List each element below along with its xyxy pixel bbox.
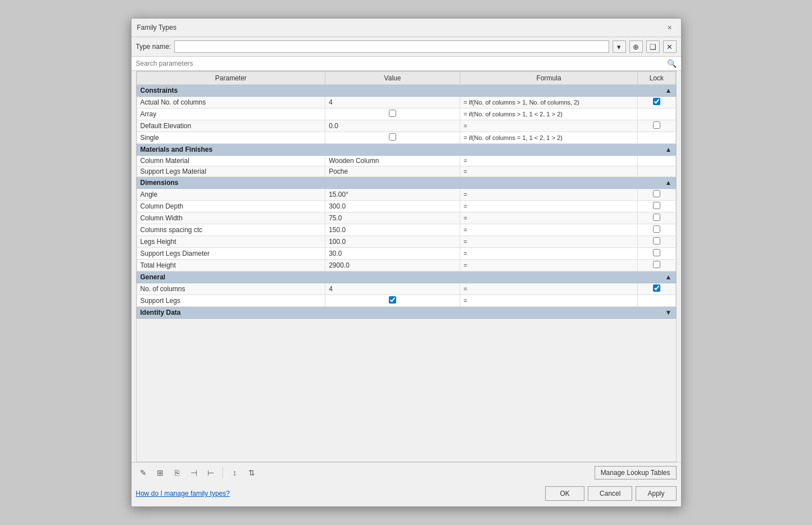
close-button[interactable]: × [664, 22, 675, 33]
search-row: 🔍 [131, 57, 681, 71]
table-row: Actual No. of columns4= if(No. of column… [137, 97, 675, 108]
lock-cell [638, 97, 675, 108]
table-row: Support Legs Diameter30.0= [137, 248, 675, 260]
parameters-table-container: Parameter Value Formula Lock Constraints… [136, 71, 677, 462]
param-right-btn[interactable]: ⊢ [203, 467, 218, 479]
footer-buttons: OK Cancel Apply [545, 486, 676, 501]
value-cell: 30.0 [325, 248, 460, 260]
type-name-label: Type name: [136, 43, 171, 51]
table-row: Column Depth300.0= [137, 201, 675, 212]
new-param-btn[interactable]: ⊞ [153, 467, 167, 479]
bottom-toolbar: ✎ ⊞ ⎘ ⊣ ⊢ ↕ ⇅ Manage Lookup Tables [131, 462, 681, 483]
lock-checkbox[interactable] [653, 284, 660, 292]
lock-cell [638, 248, 675, 260]
lock-checkbox[interactable] [653, 249, 660, 256]
formula-cell: = [460, 166, 637, 177]
value-checkbox[interactable] [389, 110, 396, 117]
value-cell: Poche [325, 166, 460, 177]
delete-type-btn[interactable]: ✕ [663, 40, 677, 53]
search-input[interactable] [136, 60, 667, 67]
sort-az-btn[interactable]: ↕ [228, 467, 242, 479]
param-cell: Legs Height [137, 236, 325, 248]
formula-cell: = if(No. of columns = 1, 1 < 2, 1 > 2) [460, 132, 637, 144]
formula-cell: = [460, 248, 637, 260]
cancel-button[interactable]: Cancel [588, 486, 632, 501]
table-row: Single= if(No. of columns = 1, 1 < 2, 1 … [137, 132, 675, 144]
param-cell: No. of columns [137, 283, 325, 295]
param-cell: Actual No. of columns [137, 97, 325, 108]
lock-cell [638, 212, 675, 224]
copy-param-btn[interactable]: ⎘ [170, 467, 184, 479]
lock-cell [638, 224, 675, 236]
toolbar-separator [223, 467, 223, 478]
duplicate-type-btn[interactable]: ❑ [646, 40, 660, 53]
value-cell: 0.0 [325, 120, 460, 132]
dialog-title: Family Types [137, 24, 176, 31]
col-header-value: Value [325, 72, 460, 85]
table-row: Support Legs MaterialPoche= [137, 166, 675, 177]
value-checkbox[interactable] [389, 296, 396, 304]
param-cell: Default Elevation [137, 120, 325, 132]
param-cell: Support Legs Diameter [137, 248, 325, 260]
section-header-general: General▲ [137, 271, 675, 283]
table-row: Angle15.00°= [137, 189, 675, 201]
section-header-dimensions: Dimensions▲ [137, 177, 675, 189]
param-cell: Support Legs [137, 295, 325, 307]
parameters-table: Parameter Value Formula Lock Constraints… [137, 71, 676, 319]
formula-cell: = [460, 236, 637, 248]
lock-cell [638, 120, 675, 132]
help-link[interactable]: How do I manage family types? [136, 490, 230, 497]
param-cell: Column Material [137, 156, 325, 166]
value-cell: 300.0 [325, 201, 460, 212]
value-cell: 150.0 [325, 224, 460, 236]
table-row: No. of columns4= [137, 283, 675, 295]
col-header-formula: Formula [460, 72, 637, 85]
lock-cell [638, 283, 675, 295]
apply-button[interactable]: Apply [636, 486, 676, 501]
type-name-input[interactable] [174, 40, 609, 53]
value-cell [325, 108, 460, 120]
ok-button[interactable]: OK [545, 486, 584, 501]
lock-checkbox[interactable] [653, 121, 660, 129]
manage-lookup-btn[interactable]: Manage Lookup Tables [595, 466, 677, 479]
value-cell: 75.0 [325, 212, 460, 224]
sort-za-btn[interactable]: ⇅ [244, 467, 259, 479]
col-header-parameter: Parameter [137, 72, 325, 85]
formula-cell: = if(No. of columns > 1, 1 < 2, 1 > 2) [460, 108, 637, 120]
value-cell [325, 132, 460, 144]
lock-cell [638, 166, 675, 177]
lock-cell [638, 189, 675, 201]
value-cell: 15.00° [325, 189, 460, 201]
lock-checkbox[interactable] [653, 261, 660, 268]
lock-checkbox[interactable] [653, 225, 660, 233]
lock-checkbox[interactable] [653, 202, 660, 209]
value-checkbox[interactable] [389, 133, 396, 141]
lock-checkbox[interactable] [653, 190, 660, 197]
lock-cell [638, 132, 675, 144]
lock-checkbox[interactable] [653, 237, 660, 245]
lock-checkbox[interactable] [653, 214, 660, 221]
param-left-btn[interactable]: ⊣ [187, 467, 201, 479]
formula-cell: = [460, 295, 637, 307]
param-cell: Single [137, 132, 325, 144]
new-type-btn[interactable]: ⊕ [629, 40, 643, 53]
value-cell: 2900.0 [325, 260, 460, 271]
lock-checkbox[interactable] [653, 98, 660, 105]
type-name-dropdown-btn[interactable]: ▾ [613, 40, 626, 53]
formula-cell: = [460, 224, 637, 236]
lock-cell [638, 201, 675, 212]
section-header-materials-and-finishes: Materials and Finishes▲ [137, 144, 675, 156]
param-cell: Column Depth [137, 201, 325, 212]
formula-cell: = [460, 283, 637, 295]
lock-cell [638, 260, 675, 271]
table-row: Total Height2900.0= [137, 260, 675, 271]
param-cell: Column Width [137, 212, 325, 224]
param-cell: Angle [137, 189, 325, 201]
table-row: Legs Height100.0= [137, 236, 675, 248]
edit-icon-btn[interactable]: ✎ [136, 467, 151, 479]
family-types-dialog: Family Types × Type name: ▾ ⊕ ❑ ✕ 🔍 Para… [131, 18, 682, 507]
formula-cell: = [460, 120, 637, 132]
param-cell: Array [137, 108, 325, 120]
value-cell: 4 [325, 97, 460, 108]
table-row: Columns spacing ctc150.0= [137, 224, 675, 236]
